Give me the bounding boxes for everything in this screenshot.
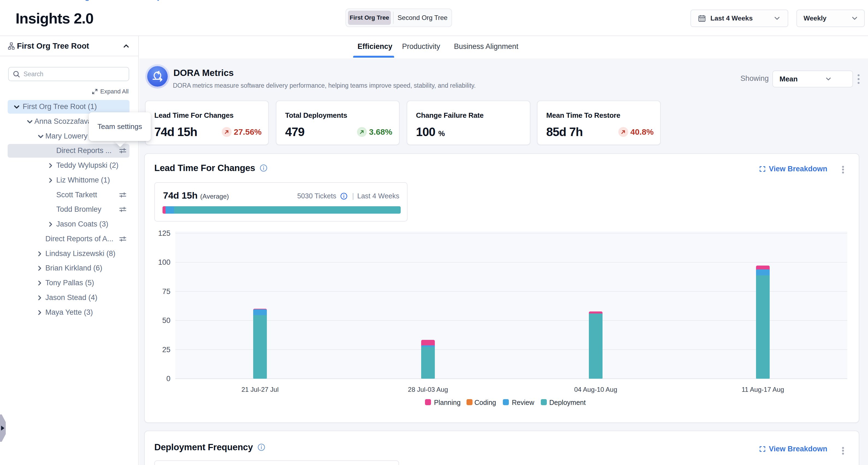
svg-text:11 Aug-17 Aug: 11 Aug-17 Aug [742, 386, 784, 393]
svg-text:Deployment: Deployment [549, 399, 586, 406]
svg-text:125: 125 [158, 229, 170, 238]
svg-text:Coding: Coding [474, 399, 496, 406]
svg-text:Planning: Planning [434, 399, 461, 406]
svg-text:Review: Review [512, 399, 534, 406]
svg-text:04 Aug-10 Aug: 04 Aug-10 Aug [574, 386, 617, 393]
svg-text:100: 100 [158, 258, 170, 267]
svg-text:28 Jul-03 Aug: 28 Jul-03 Aug [408, 386, 448, 393]
svg-text:75: 75 [162, 287, 170, 296]
svg-text:25: 25 [162, 346, 170, 354]
svg-text:50: 50 [162, 316, 170, 324]
svg-text:0: 0 [166, 375, 170, 383]
svg-text:21 Jul-27 Jul: 21 Jul-27 Jul [242, 386, 279, 393]
